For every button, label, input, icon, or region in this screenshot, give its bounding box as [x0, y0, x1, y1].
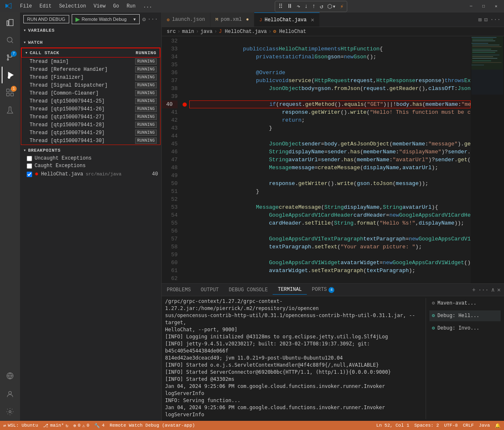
activity-extensions[interactable]: 1 — [2, 84, 18, 101]
debug-pause-btn[interactable]: ⏸ — [286, 2, 293, 10]
breadcrumb-file[interactable]: J HelloChat.java — [219, 29, 267, 35]
breadcrumb-main[interactable]: main — [182, 29, 194, 35]
panel-tab-debug-console[interactable]: DEBUG CONSOLE — [224, 285, 273, 295]
breadcrumb-class[interactable]: ⚙ HelloChat — [273, 28, 306, 35]
panel-right-debug-invo[interactable]: ⚙ Debug: Invo... — [429, 323, 501, 334]
thread-name: Thread [qtp1500079441-29] — [30, 130, 105, 136]
branch-label: main* — [50, 423, 64, 428]
status-spaces[interactable]: Spaces: 2 — [414, 423, 439, 428]
thread-status: RUNNING — [135, 114, 157, 120]
panel-tab-output[interactable]: OUTPUT — [196, 285, 224, 295]
thread-row[interactable]: Thread [main]RUNNING — [21, 58, 160, 65]
extensions-badge: 1 — [11, 86, 17, 92]
status-debug-threads[interactable]: 🔧 4 — [94, 423, 105, 428]
activity-explorer[interactable] — [2, 14, 18, 31]
editor-layout-icon[interactable]: ⊡ — [484, 16, 487, 23]
config-dropdown[interactable]: ▶ Remote Watch Debug ▾ — [72, 14, 140, 24]
panel-maximize-icon[interactable]: ∧ — [491, 286, 494, 293]
debug-step-over-btn[interactable]: ↷ — [296, 2, 301, 11]
debug-step-out-btn[interactable]: ↑ — [311, 2, 316, 10]
settings-gear-icon[interactable]: ⚙ — [142, 16, 145, 23]
window-close[interactable]: ✕ — [491, 2, 501, 10]
thread-row[interactable]: Thread [qtp1500079441-30]RUNNING — [21, 137, 160, 145]
split-editor-icon[interactable]: ⊞ — [478, 16, 481, 23]
menu-view[interactable]: View — [90, 2, 109, 10]
ellipsis-icon[interactable]: ··· — [148, 16, 158, 23]
panel-right-maven[interactable]: ⚙ Maven-avat... — [429, 298, 501, 309]
thread-row[interactable]: Thread [qtp1500079441-26]RUNNING — [21, 105, 160, 113]
breadcrumb-java[interactable]: java — [201, 29, 213, 35]
debug-dropdown-btn[interactable]: ⬡▾ — [326, 2, 336, 11]
panel: PROBLEMS OUTPUT DEBUG CONSOLE TERMINAL P… — [162, 283, 504, 421]
menu-go[interactable]: Go — [110, 2, 122, 10]
window-maximize[interactable]: □ — [479, 2, 488, 10]
variables-section-header[interactable]: ▾ VARIABLES — [20, 26, 161, 35]
breakpoint-indicator — [183, 100, 189, 108]
debug-flash-btn[interactable]: ⚡ — [339, 2, 344, 11]
menu-edit[interactable]: Edit — [36, 2, 55, 10]
activity-settings[interactable] — [2, 403, 18, 420]
terminal[interactable]: /grpc/grpc-context/1.27.2/grpc-context-1… — [165, 298, 422, 419]
thread-row[interactable]: Thread [qtp1500079441-27]RUNNING — [21, 113, 160, 121]
watch-section-header[interactable]: ▾ WATCH — [20, 38, 161, 47]
breakpoint-caught: Caught Exceptions — [20, 162, 161, 170]
panel-right-debug-hell[interactable]: ⚙ Debug: Hell... — [429, 310, 501, 321]
panel-tab-terminal[interactable]: TERMINAL — [273, 285, 307, 295]
breakpoints-header[interactable]: ▾ BREAKPOINTS — [20, 146, 161, 155]
tab-launch-json[interactable]: ⚙ launch.json — [162, 12, 211, 27]
debug-step-into-btn[interactable]: ↓ — [303, 2, 308, 10]
activity-accounts[interactable] — [2, 386, 18, 402]
thread-row[interactable]: Thread [qtp1500079441-25]RUNNING — [21, 97, 160, 105]
thread-row[interactable]: Thread [Reference Handler]RUNNING — [21, 65, 160, 73]
tab-pom-xml[interactable]: M pom.xml ● — [211, 12, 254, 27]
status-eol[interactable]: CRLF — [463, 423, 474, 428]
call-stack-header[interactable]: ▾ CALL STACK Running — [21, 48, 160, 58]
debug-restart-btn[interactable]: ↺ — [319, 2, 324, 11]
status-line-col[interactable]: Ln 52, Col 1 — [376, 423, 409, 428]
activity-search[interactable] — [2, 32, 18, 48]
status-language[interactable]: Java — [479, 423, 490, 428]
status-encoding[interactable]: UTF-8 — [444, 423, 458, 428]
thread-row[interactable]: Thread [qtp1500079441-29]RUNNING — [21, 129, 160, 137]
menu-selection[interactable]: Selection — [56, 2, 90, 10]
status-notifications[interactable]: 🔔 — [495, 423, 501, 428]
panel-tab-ports[interactable]: PORTS4 — [307, 285, 339, 295]
thread-row[interactable]: Thread [Finalizer]RUNNING — [21, 73, 160, 81]
thread-row[interactable]: Thread [Signal Dispatcher]RUNNING — [21, 81, 160, 89]
window-minimize[interactable]: ─ — [466, 2, 476, 10]
status-branch[interactable]: ⎇ main* ↻ — [43, 423, 68, 428]
thread-name: Thread [qtp1500079441-28] — [30, 122, 105, 128]
menu-run[interactable]: Run — [123, 2, 139, 10]
activity-remote[interactable] — [2, 368, 18, 384]
hellochat-breakpoint-checkbox[interactable] — [27, 172, 32, 177]
status-wsl[interactable]: ⇌ WSL: Ubuntu — [3, 423, 38, 428]
thread-row[interactable]: Thread [qtp1500079441-28]RUNNING — [21, 121, 160, 129]
thread-row[interactable]: Thread [Common-Cleaner]RUNNING — [21, 89, 160, 97]
panel-close-icon[interactable]: ✕ — [497, 286, 501, 293]
remote-watch-label: Remote Watch Debug (avatar-app) — [110, 423, 195, 428]
breakpoint-uncaught: Uncaught Exceptions — [20, 155, 161, 162]
panel-more-icon[interactable]: ··· — [478, 287, 489, 293]
tab-close-btn[interactable]: ✕ — [311, 16, 314, 23]
more-actions-icon[interactable]: ··· — [490, 16, 501, 23]
add-terminal-icon[interactable]: + — [472, 287, 476, 293]
sidebar: RUN AND DEBUG ▶ Remote Watch Debug ▾ ⚙ ·… — [20, 12, 162, 421]
code-line-34: private static final Gson gson = new Gso… — [189, 53, 471, 61]
status-errors[interactable]: ⊕ 0 ⚠ 0 — [73, 423, 89, 428]
activity-testing[interactable] — [2, 102, 18, 118]
status-remote-watch[interactable]: Remote Watch Debug (avatar-app) — [110, 423, 195, 428]
debug-invo-gear-icon: ⚙ — [432, 325, 435, 332]
activity-source-control[interactable]: 7 — [2, 49, 18, 66]
menu-file[interactable]: File — [17, 2, 35, 10]
panel-tab-problems[interactable]: PROBLEMS — [162, 285, 196, 295]
debug-continue-btn[interactable]: ⠿ — [278, 2, 283, 11]
svg-point-5 — [8, 76, 10, 78]
activity-run-debug[interactable] — [2, 67, 18, 83]
menu-more[interactable]: ... — [140, 2, 155, 10]
caught-exceptions-checkbox[interactable] — [27, 163, 32, 169]
run-and-debug-button[interactable]: RUN AND DEBUG — [23, 15, 69, 23]
minimap — [471, 36, 504, 283]
uncaught-exceptions-checkbox[interactable] — [27, 156, 32, 161]
breadcrumb-src[interactable]: src — [167, 29, 176, 35]
tab-hellochat-java[interactable]: J HelloChat.java ✕ — [254, 12, 320, 27]
